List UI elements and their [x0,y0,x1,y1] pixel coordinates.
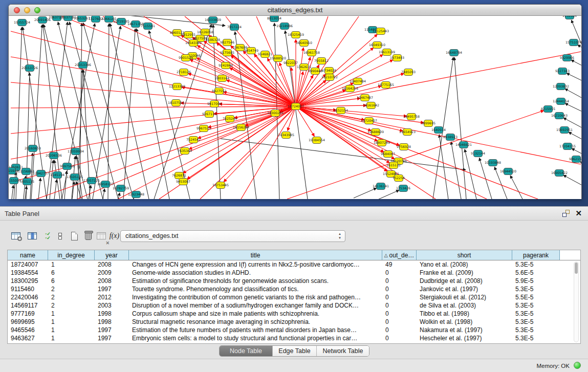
graph-edge-black[interactable] [578,45,581,72]
tab-edge-table[interactable]: Edge Table [273,346,317,356]
function-builder-icon[interactable]: f(x) [107,229,121,243]
close-panel-icon[interactable]: ✕ [575,208,582,218]
table-row[interactable]: 2242004622012Investigating the contribut… [8,293,580,301]
graph-edge-black[interactable] [134,199,134,199]
graph-edge-black[interactable] [563,175,581,199]
graph-edge-black[interactable] [93,26,121,199]
cell-year: 1998 [95,310,129,318]
graph-edge-red[interactable] [296,105,366,106]
graph-edge-black[interactable] [30,153,33,199]
column-header-title[interactable]: title [129,250,382,260]
graph-edge-red[interactable] [296,52,581,106]
table-row[interactable]: 946554611997Estimation of the future num… [8,326,580,334]
graph-edge-black[interactable] [377,190,399,199]
tab-network-table[interactable]: Network Table [317,346,369,356]
graph-node-label: 16648784 [446,51,462,54]
table-row[interactable]: 911546021997Tourette syndrome. Phenomeno… [8,285,580,293]
network-window-titlebar[interactable]: citations_edges.txt [9,5,581,16]
graph-node-label: 14136141 [373,184,389,188]
graph-edge-red[interactable] [188,74,296,106]
column-header-out_degree[interactable]: △out_de… [382,250,417,260]
graph-node-label: 7626871 [172,173,186,177]
graph-edge-red[interactable] [245,106,296,126]
graph-edge-black[interactable] [58,22,103,199]
graph-edge-black[interactable] [12,185,13,199]
cell-title: Estimation of significance thresholds fo… [129,277,382,285]
column-header-name[interactable]: name [8,250,48,260]
graph-edge-black[interactable] [123,29,135,199]
float-panel-icon[interactable] [562,210,570,217]
cell-pagerank: 5.6E-5 [512,269,560,277]
graph-edge-red[interactable] [11,31,296,106]
table-row[interactable]: 977716911998Corpus callosum shape and si… [8,310,580,318]
graph-edge-red[interactable] [11,106,296,182]
graph-edge-black[interactable] [580,162,581,190]
graph-edge-black[interactable] [137,29,169,199]
graph-node-label: 1615132 [386,163,401,167]
cell-year: 1997 [95,285,129,293]
column-header-year[interactable]: year [95,250,129,260]
graph-edge-black[interactable] [285,31,308,199]
cell-out_degree: 0 [382,301,417,310]
memory-status-label: Memory: OK [536,363,570,369]
graph-edge-black[interactable] [38,178,40,199]
graph-edge-red[interactable] [11,106,296,108]
graph-edge-black[interactable] [451,142,461,199]
attribute-table: namein_degreeyeartitle△out_de…shortpager… [7,250,581,344]
table-vertical-scrollbar[interactable] [574,261,579,342]
application-desktop: citations_edges.txt 19355724206914062063… [0,0,588,206]
graph-node-label: 9417004 [207,102,222,105]
change-table-mode-icon[interactable] [53,229,67,243]
graph-edge-black[interactable] [235,32,256,199]
graph-edge-red[interactable] [190,60,296,106]
create-table-icon[interactable] [68,229,81,243]
graph-edge-red[interactable] [296,106,403,131]
graph-node-label: 19218986 [276,24,293,28]
table-settings-icon[interactable] [9,229,23,243]
cell-short: Wolkin et al. (1998) [417,318,512,326]
graph-edge-black[interactable] [14,172,15,199]
graph-node-label: 1145194 [50,173,64,177]
cell-year: 1997 [95,334,129,342]
network-graph-canvas[interactable]: 1935572420691406206371032003718110653267… [9,16,581,199]
cell-name: 22420046 [8,293,48,301]
graph-edge-black[interactable] [103,189,104,199]
network-window-title: citations_edges.txt [9,6,581,14]
graph-edge-black[interactable] [54,180,57,199]
graph-edge-black[interactable] [354,188,377,198]
select-rows-icon[interactable]: ▫✓▫✓ [41,229,55,243]
column-header-in_degree[interactable]: in_degree [48,250,95,260]
graph-edge-red[interactable] [296,106,581,164]
graph-node-label: 10193848 [485,161,501,164]
graph-edge-black[interactable] [510,176,522,199]
scrollbar-thumb[interactable] [575,262,578,274]
delete-column-icon[interactable]: ✕ [94,229,108,243]
table-row[interactable]: 1456911722003Disruption of a novel membe… [8,301,580,310]
delete-table-icon[interactable] [81,229,95,243]
table-row[interactable]: 1830029562008Estimation of significance … [8,277,580,285]
graph-edge-black[interactable] [454,57,466,199]
table-row[interactable]: 1872400712008Changes of HCN gene express… [8,260,580,269]
graph-node-label: 9899695 [421,121,435,125]
select-column-icon[interactable] [25,229,39,243]
table-row[interactable]: 969969511998Structural magnetic resonanc… [8,318,580,326]
column-header-short[interactable]: short [417,250,512,260]
tab-node-table[interactable]: Node Table [220,346,273,356]
graph-edge-black[interactable] [108,24,109,199]
graph-node-label: 16543382 [185,41,202,45]
graph-node-label: 18775165 [378,83,394,86]
table-row[interactable]: 946362711997Embryonic stem cells: a mode… [8,334,580,342]
graph-edge-red[interactable] [241,106,296,199]
column-header-pagerank[interactable]: pagerank [512,250,560,260]
table-row[interactable]: 1938455462009Genome-wide association stu… [8,269,580,277]
graph-edge-black[interactable] [571,60,581,85]
graph-edge-red[interactable] [187,106,296,179]
memory-status-indicator[interactable] [574,362,581,369]
graph-edge-black[interactable] [16,27,22,199]
graph-edge-red[interactable] [11,82,296,106]
graph-edge-red[interactable] [118,106,296,199]
table-select-dropdown[interactable]: citations_edges.txt ▲▼ [120,230,345,242]
graph-node-label: 9967519 [197,126,211,130]
graph-node-label: 16640910 [296,41,312,45]
cell-year: 2009 [95,269,129,277]
